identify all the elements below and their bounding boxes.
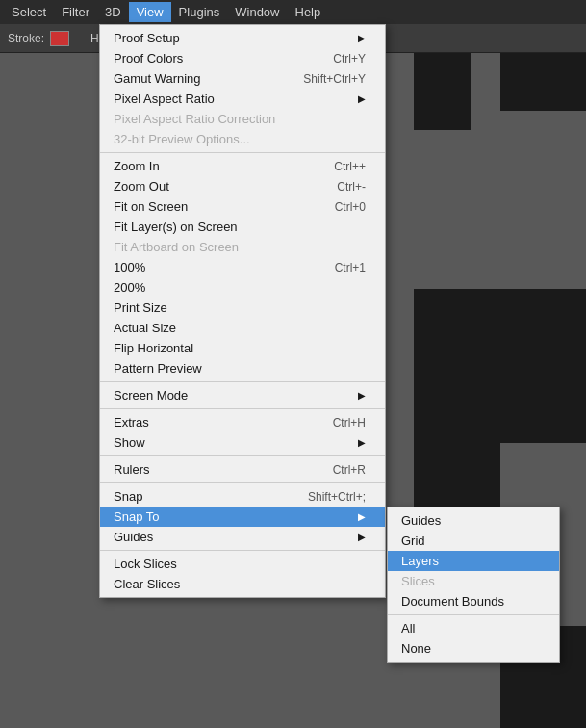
sep-2 (100, 381, 385, 382)
snap-to-submenu: Guides Grid Layers Slices Document Bound… (387, 507, 560, 663)
clear-slices[interactable]: Clear Slices (100, 574, 385, 594)
view-dropdown-menu: Proof Setup ▶ Proof Colors Ctrl+Y Gamut … (99, 24, 386, 598)
fit-on-screen[interactable]: Fit on Screen Ctrl+0 (100, 196, 385, 217)
sep-6 (100, 550, 385, 551)
sep-1 (100, 152, 385, 153)
filter-menu[interactable]: Filter (54, 2, 97, 22)
fit-artboard: Fit Artboard on Screen (100, 237, 385, 257)
pixel-aspect-ratio[interactable]: Pixel Aspect Ratio ▶ (100, 89, 385, 109)
view-menu[interactable]: View (129, 2, 171, 22)
screen-mode[interactable]: Screen Mode ▶ (100, 385, 385, 405)
fit-layers[interactable]: Fit Layer(s) on Screen (100, 217, 385, 237)
3d-menu[interactable]: 3D (97, 2, 129, 22)
menubar: Select Filter 3D View Plugins Window Hel… (0, 0, 586, 24)
pixel-aspect-ratio-arrow: ▶ (358, 93, 366, 104)
proof-setup-arrow: ▶ (358, 33, 366, 43)
window-menu[interactable]: Window (227, 2, 287, 22)
pixel-aspect-ratio-correction: Pixel Aspect Ratio Correction (100, 109, 385, 129)
sep-5 (100, 482, 385, 483)
snap-to-arrow: ▶ (358, 511, 366, 522)
show-arrow: ▶ (358, 437, 366, 448)
gamut-warning[interactable]: Gamut Warning Shift+Ctrl+Y (100, 68, 385, 89)
actual-size[interactable]: Actual Size (100, 318, 385, 338)
snapto-all[interactable]: All (388, 618, 559, 638)
help-menu[interactable]: Help (288, 2, 329, 22)
sep-3 (100, 408, 385, 409)
snapto-none[interactable]: None (388, 638, 559, 659)
screen-mode-arrow: ▶ (358, 390, 366, 401)
print-size[interactable]: Print Size (100, 298, 385, 318)
snapto-layers[interactable]: Layers (388, 551, 559, 571)
bg-dark-square-4 (414, 53, 471, 130)
zoom-100[interactable]: 100% Ctrl+1 (100, 257, 385, 277)
proof-setup[interactable]: Proof Setup ▶ (100, 28, 385, 48)
bg-dark-square-1 (414, 289, 586, 443)
snapto-slices: Slices (388, 571, 559, 591)
guides-arrow: ▶ (358, 532, 366, 542)
zoom-200[interactable]: 200% (100, 277, 385, 298)
lock-slices[interactable]: Lock Slices (100, 554, 385, 574)
bg-dark-square-5 (500, 53, 586, 111)
snapto-docbounds[interactable]: Document Bounds (388, 591, 559, 611)
submenu-sep (388, 614, 559, 615)
plugins-menu[interactable]: Plugins (171, 2, 228, 22)
snap-to[interactable]: Snap To ▶ Guides Grid Layers Slices Docu… (100, 507, 385, 527)
proof-colors[interactable]: Proof Colors Ctrl+Y (100, 48, 385, 68)
zoom-in[interactable]: Zoom In Ctrl++ (100, 156, 385, 176)
pattern-preview[interactable]: Pattern Preview (100, 358, 385, 378)
rulers[interactable]: Rulers Ctrl+R (100, 459, 385, 480)
stroke-color-swatch[interactable] (50, 31, 69, 46)
stroke-label: Stroke: (8, 32, 44, 45)
extras[interactable]: Extras Ctrl+H (100, 412, 385, 432)
snap[interactable]: Snap Shift+Ctrl+; (100, 486, 385, 507)
snapto-grid[interactable]: Grid (388, 531, 559, 551)
snapto-guides[interactable]: Guides (388, 510, 559, 531)
select-menu[interactable]: Select (4, 2, 54, 22)
sep-4 (100, 455, 385, 456)
flip-horizontal[interactable]: Flip Horizontal (100, 338, 385, 358)
zoom-out[interactable]: Zoom Out Ctrl+- (100, 176, 385, 196)
guides[interactable]: Guides ▶ (100, 527, 385, 547)
show[interactable]: Show ▶ (100, 432, 385, 453)
32bit-preview: 32-bit Preview Options... (100, 129, 385, 149)
